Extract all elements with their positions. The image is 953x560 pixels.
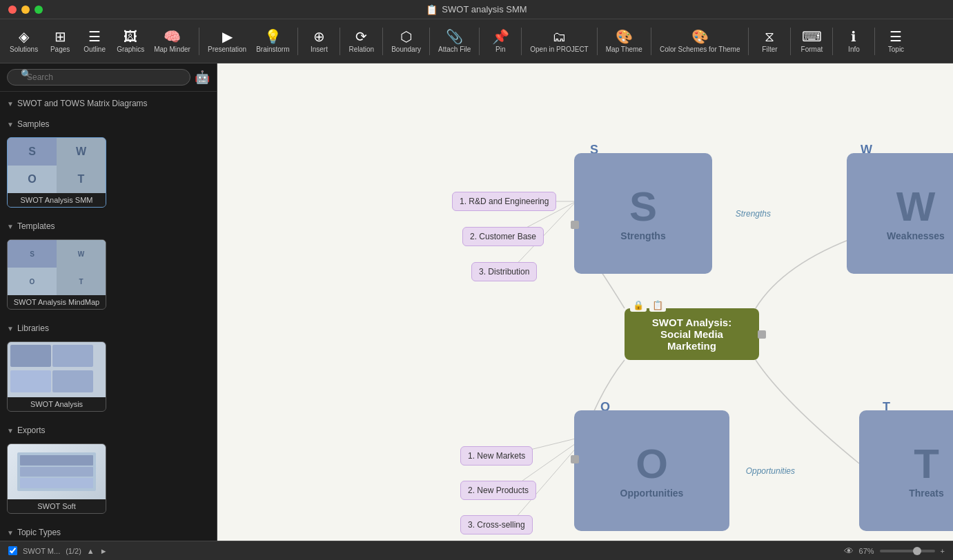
swot-soft-preview — [8, 444, 106, 499]
swot-soft-grid — [17, 452, 96, 491]
topic-icon: ☰ — [890, 30, 902, 43]
lib-cell2 — [52, 345, 93, 367]
sidebar-section-samples: ▼ Samples S W O T — [0, 112, 217, 214]
threats-label: Threats — [909, 488, 944, 499]
toolbar-format[interactable]: ⌨ Format — [795, 22, 828, 61]
sidebar-item-swot-analysis-smm[interactable]: S W O T SWOT Analysis SMM — [7, 137, 106, 208]
insert-label: Insert — [311, 46, 328, 53]
statusbar-left: SWOT M... (1/2) ▲ ► — [8, 546, 108, 555]
leaf-o1[interactable]: 1. New Markets — [460, 446, 533, 466]
topic-types-title: Topic Types — [17, 528, 61, 537]
swot-analysis-preview — [8, 342, 106, 397]
toolbar-map-theme[interactable]: 🎨 Map Theme — [602, 22, 647, 61]
zoom-slider[interactable] — [880, 550, 935, 552]
ai-button[interactable]: 🤖 — [195, 70, 210, 85]
statusbar-nav-next[interactable]: ► — [100, 547, 108, 555]
toolbar-pin[interactable]: 📌 Pin — [484, 22, 517, 61]
divider-11 — [790, 28, 791, 55]
toolbar-map-minder[interactable]: 🧠 Map Minder — [150, 22, 195, 61]
libraries-grid: SWOT Analysis — [0, 337, 217, 416]
topic-types-header[interactable]: ▼ Topic Types — [0, 523, 217, 541]
central-node-title: SWOT Analysis: Social Media Marketing — [652, 317, 731, 352]
attach-file-icon: 📎 — [446, 30, 463, 43]
opportunities-label: Opportunities — [620, 488, 684, 499]
central-node[interactable]: 🔒 📋 SWOT Analysis: Social Media Marketin… — [625, 308, 759, 360]
close-button[interactable] — [8, 6, 17, 14]
title-text: SWOT analysis SMM — [442, 4, 527, 14]
swot-mindmap-preview: S W O T — [8, 240, 106, 295]
swot-soft-img — [8, 444, 106, 499]
maximize-button[interactable] — [35, 6, 43, 14]
statusbar-right: 👁 67% + — [844, 546, 945, 557]
leaf-s1[interactable]: 1. R&D and Engineering — [452, 192, 556, 211]
statusbar-page: (1/2) — [66, 547, 81, 555]
toolbar-filter[interactable]: ⧖ Filter — [753, 22, 786, 61]
strengths-box[interactable]: S Strengths Strengths — [574, 153, 712, 274]
toolbar-boundary[interactable]: ⬡ Boundary — [387, 22, 425, 61]
toolbar-topic[interactable]: ☰ Topic — [879, 22, 912, 61]
solutions-icon: ◈ — [19, 30, 29, 43]
chevron-down-icon-exports: ▼ — [7, 427, 14, 434]
mini-s2: S — [8, 240, 57, 268]
presentation-icon: ▶ — [222, 30, 233, 43]
leaf-s2[interactable]: 2. Customer Base — [462, 227, 544, 246]
canvas-area[interactable]: S W O T S Strengths Strengths W Weakness… — [217, 63, 953, 541]
mini-s: S — [8, 138, 57, 166]
toolbar-pages[interactable]: ⊞ Pages — [43, 22, 77, 61]
swot-tows-header[interactable]: ▼ SWOT and TOWS Matrix Diagrams — [0, 94, 217, 112]
boundary-label: Boundary — [391, 46, 421, 53]
opportunities-box[interactable]: O Opportunities Opportunities — [574, 410, 729, 531]
statusbar-checkbox[interactable] — [8, 546, 17, 555]
templates-header[interactable]: ▼ Templates — [0, 217, 217, 235]
toolbar: ◈ Solutions ⊞ Pages ☰ Outline 🖼 Graphics… — [0, 19, 953, 63]
toolbar-attach-file[interactable]: 📎 Attach File — [434, 22, 475, 61]
samples-title: Samples — [17, 119, 50, 129]
boundary-icon: ⬡ — [400, 30, 412, 43]
weaknesses-letter: W — [896, 186, 936, 228]
libraries-header[interactable]: ▼ Libraries — [0, 319, 217, 337]
toolbar-brainstorm[interactable]: 💡 Brainstorm — [252, 22, 293, 61]
leaf-o2[interactable]: 2. New Products — [460, 481, 536, 500]
lib-cell1 — [10, 345, 51, 367]
toolbar-outline[interactable]: ☰ Outline — [78, 22, 111, 61]
search-input[interactable] — [7, 69, 190, 86]
map-theme-label: Map Theme — [606, 46, 642, 53]
leaf-o2-text: 2. New Products — [468, 486, 529, 495]
sidebar-item-swot-soft[interactable]: SWOT Soft — [7, 443, 106, 514]
toolbar-presentation[interactable]: ▶ Presentation — [204, 22, 250, 61]
exports-header[interactable]: ▼ Exports — [0, 421, 217, 439]
leaf-o3[interactable]: 3. Cross-selling — [460, 515, 533, 534]
leaf-o3-text: 3. Cross-selling — [468, 520, 525, 530]
chevron-down-icon-samples: ▼ — [7, 121, 14, 128]
sidebar-item-swot-mindmap[interactable]: S W O T SWOT Analysis MindMap — [7, 239, 106, 310]
samples-header[interactable]: ▼ Samples — [0, 115, 217, 133]
toolbar-relation[interactable]: ⟳ Relation — [344, 22, 378, 61]
toolbar-solutions[interactable]: ◈ Solutions — [6, 22, 42, 61]
divider-13 — [874, 28, 875, 55]
toolbar-info[interactable]: ℹ Info — [837, 22, 870, 61]
statusbar-doc: SWOT M... — [23, 547, 60, 555]
toolbar-color-schemes[interactable]: 🎨 Color Schemes for Theme — [656, 22, 745, 61]
statusbar-nav-prev[interactable]: ▲ — [87, 547, 95, 555]
window-controls — [8, 6, 43, 14]
toolbar-open-in-project[interactable]: 🗂 Open in PROJECT — [526, 22, 592, 61]
sidebar-item-swot-analysis[interactable]: SWOT Analysis — [7, 341, 106, 412]
minimize-button[interactable] — [21, 6, 30, 14]
swot-analysis-label: SWOT Analysis — [8, 397, 106, 411]
templates-grid: S W O T SWOT Analysis MindMap — [0, 235, 217, 314]
lib-cell3 — [10, 370, 51, 392]
zoom-level: 67% — [859, 547, 874, 555]
color-schemes-label: Color Schemes for Theme — [660, 46, 740, 53]
central-node-handle[interactable] — [758, 330, 766, 339]
exports-grid: SWOT Soft — [0, 439, 217, 518]
document-icon: 📋 — [426, 4, 438, 15]
toolbar-insert[interactable]: ⊕ Insert — [302, 22, 335, 61]
sidebar-section-exports: ▼ Exports — [0, 419, 217, 521]
leaf-s3[interactable]: 3. Distribution — [471, 262, 537, 281]
toolbar-graphics[interactable]: 🖼 Graphics — [112, 22, 148, 61]
threats-box[interactable]: T Threats Threats — [859, 410, 953, 531]
weaknesses-box[interactable]: W Weaknesses Weaknesses — [847, 153, 953, 274]
zoom-plus[interactable]: + — [941, 547, 945, 555]
zoom-thumb[interactable] — [913, 547, 921, 555]
swot-analysis-grid — [8, 342, 106, 397]
